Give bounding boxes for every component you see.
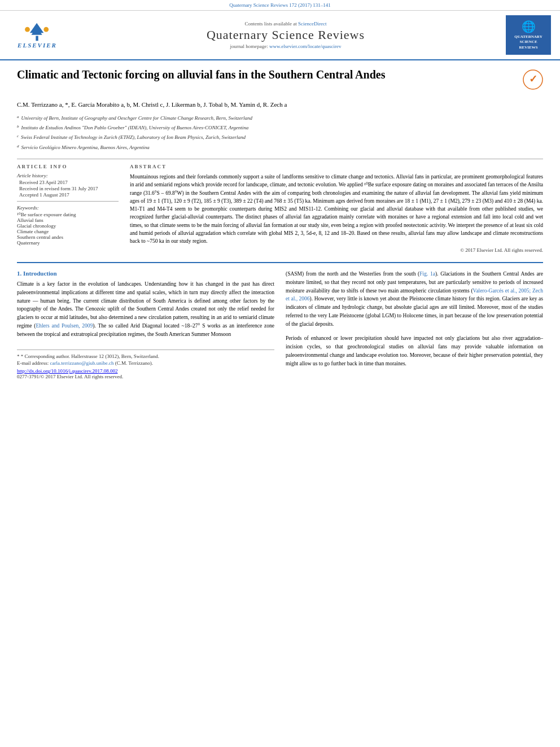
footnote-corresponding: * * Corresponding author. Hallerstrasse … xyxy=(17,353,274,359)
crossmark-icon: ✓ xyxy=(523,69,543,90)
ref-fig1a[interactable]: Fig. 1a xyxy=(419,271,435,277)
main-body: 1. Introduction Climate is a key factor … xyxy=(17,262,543,379)
corresponding-text: * Corresponding author. Hallerstrasse 12… xyxy=(21,353,159,359)
article-info-title: ARTICLE INFO xyxy=(17,164,119,169)
section-title: Introduction xyxy=(23,270,57,277)
issn-line: 0277-3791/© 2017 Elsevier Ltd. All right… xyxy=(17,374,274,379)
keyword-6: Quaternary xyxy=(17,240,119,246)
abstract-title: ABSTRACT xyxy=(130,164,543,169)
intro-paragraph1: Climate is a key factor in the evolution… xyxy=(17,280,274,338)
keyword-1: ¹⁰Be surface exposure dating xyxy=(17,212,119,217)
journal-name: Quaternary Science Reviews xyxy=(65,28,506,42)
affil-a: a University of Bern, Institute of Geogr… xyxy=(17,114,543,123)
affil-b-text: Instituto de Estudios Andinos "Don Pablo… xyxy=(21,124,249,132)
affil-c-text: Swiss Federal Institute of Technology in… xyxy=(21,133,246,142)
paper-content: Climatic and Tectonic forcing on alluvia… xyxy=(0,60,560,386)
two-column-section: ARTICLE INFO Article history: Received 2… xyxy=(17,159,543,253)
footnote-area: * * Corresponding author. Hallerstrasse … xyxy=(17,350,274,379)
homepage-url[interactable]: www.elsevier.com/locate/quascirev xyxy=(269,43,341,49)
article-info: ARTICLE INFO Article history: Received 2… xyxy=(17,164,119,253)
email-link[interactable]: carla.terrizzano@giub.unibe.ch xyxy=(50,360,113,366)
affil-c-sup: c xyxy=(17,133,19,142)
keywords-label: Keywords: xyxy=(17,205,119,211)
authors: C.M. Terrizzano a, *, E. García Morabito… xyxy=(17,100,543,110)
journal-logo-right: 🌐 QUATERNARYSCIENCEREVIEWS xyxy=(506,15,551,55)
affil-a-text: University of Bern, Institute of Geograp… xyxy=(21,114,253,123)
corresponding-note-star: * xyxy=(17,353,21,359)
article-title: Climatic and Tectonic forcing on alluvia… xyxy=(17,67,517,82)
elsevier-logo: ELSEVIER xyxy=(9,22,65,49)
affiliations: a University of Bern, Institute of Geogr… xyxy=(17,114,543,152)
homepage-line: journal homepage: www.elsevier.com/locat… xyxy=(65,43,506,49)
left-column: 1. Introduction Climate is a key factor … xyxy=(17,270,274,379)
elsevier-tree-icon xyxy=(18,22,57,42)
globe-icon: 🌐 xyxy=(522,20,536,33)
journal-header: ELSEVIER Contents lists available at Sci… xyxy=(0,11,560,60)
keyword-4: Climate change xyxy=(17,229,119,234)
email-name: (C.M. Terrizzano). xyxy=(115,360,153,366)
email-label: E-mail address: xyxy=(17,360,49,366)
intro-section-header: 1. Introduction xyxy=(17,270,274,277)
intro-paragraph2-right: Periods of enhanced or lower precipitati… xyxy=(286,334,543,368)
keyword-3: Glacial chronology xyxy=(17,223,119,229)
affil-d-text: Servicio Geológico Minero Argentina, Bue… xyxy=(21,143,150,152)
info-divider xyxy=(17,201,119,202)
affil-d-sup: d xyxy=(17,143,19,152)
accepted-date: Accepted 1 August 2017 xyxy=(17,192,119,198)
footnote-email: E-mail address: carla.terrizzano@giub.un… xyxy=(17,360,274,366)
svg-text:✓: ✓ xyxy=(529,73,537,85)
abstract-text: Mountainous regions and their forelands … xyxy=(130,173,543,245)
ref-valero[interactable]: Valero-Garcés et al., 2005; Zech et al.,… xyxy=(286,288,543,302)
affil-c: c Swiss Federal Institute of Technology … xyxy=(17,133,543,142)
journal-logo-text: QUATERNARYSCIENCEREVIEWS xyxy=(514,34,542,50)
keyword-5: Southern central andes xyxy=(17,234,119,240)
affil-d: d Servicio Geológico Minero Argentina, B… xyxy=(17,143,543,152)
article-title-section: Climatic and Tectonic forcing on alluvia… xyxy=(17,67,543,94)
section-number: 1. xyxy=(17,270,21,277)
affil-a-sup: a xyxy=(17,114,19,123)
authors-text: C.M. Terrizzano a, *, E. García Morabito… xyxy=(17,101,287,108)
affil-b-sup: b xyxy=(17,124,19,132)
revised-date: Received in revised form 31 July 2017 xyxy=(17,186,119,191)
elsevier-text: ELSEVIER xyxy=(18,42,57,49)
sciencedirect-link[interactable]: ScienceDirect xyxy=(298,21,326,27)
affil-b: b Instituto de Estudios Andinos "Don Pab… xyxy=(17,124,543,132)
keyword-2: Alluvial fans xyxy=(17,217,119,223)
doi-line: http://dx.doi.org/10.1016/j.quascirev.20… xyxy=(17,368,274,374)
journal-citation-bar: Quaternary Science Reviews 172 (2017) 13… xyxy=(0,0,560,11)
article-history-label: Article history: xyxy=(17,173,119,178)
svg-point-3 xyxy=(25,27,30,32)
ref-ehlers[interactable]: Ehlers and Poulsen, 2009 xyxy=(36,323,93,329)
svg-rect-0 xyxy=(36,36,38,41)
right-column: (SASM) from the north and the Westerlies… xyxy=(286,270,543,379)
received-date: Received 23 April 2017 xyxy=(17,180,119,185)
journal-center: Contents lists available at ScienceDirec… xyxy=(65,21,506,49)
doi-link[interactable]: http://dx.doi.org/10.1016/j.quascirev.20… xyxy=(17,368,118,374)
intro-paragraph-right: (SASM) from the north and the Westerlies… xyxy=(286,270,543,328)
svg-point-4 xyxy=(43,27,49,32)
copyright: © 2017 Elsevier Ltd. All rights reserved… xyxy=(130,247,543,253)
sciencedirect-line: Contents lists available at ScienceDirec… xyxy=(65,21,506,27)
abstract-section: ABSTRACT Mountainous regions and their f… xyxy=(130,164,543,253)
journal-citation-text: Quaternary Science Reviews 172 (2017) 13… xyxy=(229,2,331,8)
